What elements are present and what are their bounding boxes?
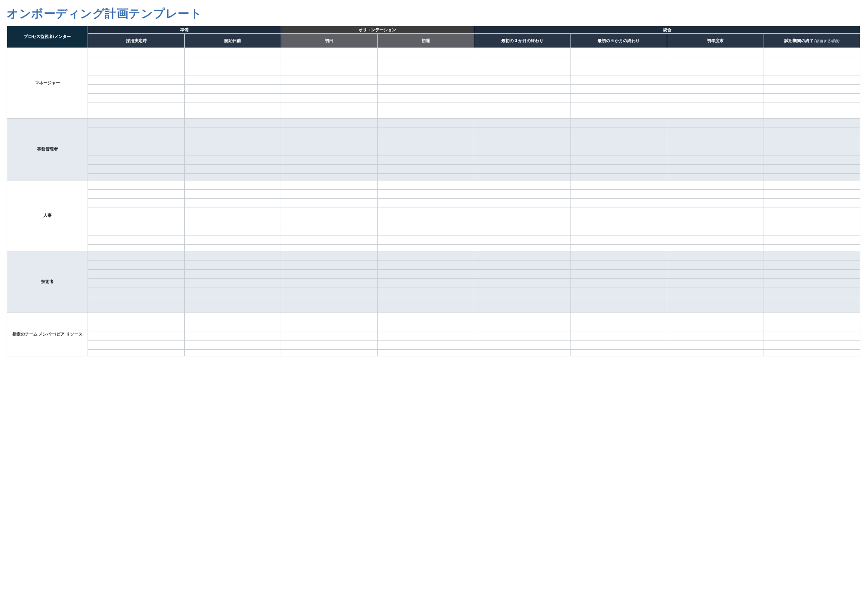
table-cell[interactable] [570,279,667,288]
table-cell[interactable] [184,251,281,260]
table-cell[interactable] [764,306,860,313]
table-cell[interactable] [667,66,764,75]
table-cell[interactable] [281,155,377,165]
table-cell[interactable] [88,270,184,279]
table-cell[interactable] [281,137,377,146]
table-cell[interactable] [184,103,281,112]
table-cell[interactable] [281,103,377,112]
table-cell[interactable] [474,313,570,322]
table-cell[interactable] [764,146,860,155]
table-cell[interactable] [474,217,570,226]
table-cell[interactable] [474,190,570,199]
table-cell[interactable] [570,155,667,165]
table-cell[interactable] [88,190,184,199]
table-cell[interactable] [281,112,377,119]
table-cell[interactable] [667,180,764,190]
table-cell[interactable] [474,85,570,94]
table-cell[interactable] [88,279,184,288]
table-cell[interactable] [570,288,667,297]
table-cell[interactable] [377,313,474,322]
table-cell[interactable] [88,217,184,226]
table-cell[interactable] [474,245,570,251]
table-cell[interactable] [570,297,667,306]
table-cell[interactable] [184,235,281,245]
table-cell[interactable] [281,190,377,199]
table-cell[interactable] [88,119,184,128]
table-cell[interactable] [764,174,860,180]
table-cell[interactable] [281,235,377,245]
table-cell[interactable] [184,208,281,217]
table-cell[interactable] [281,217,377,226]
table-cell[interactable] [570,174,667,180]
table-cell[interactable] [184,270,281,279]
table-cell[interactable] [377,75,474,85]
table-cell[interactable] [570,119,667,128]
table-cell[interactable] [667,245,764,251]
table-cell[interactable] [184,190,281,199]
table-cell[interactable] [667,57,764,66]
table-cell[interactable] [184,331,281,341]
table-cell[interactable] [184,112,281,119]
table-cell[interactable] [88,226,184,235]
table-cell[interactable] [184,226,281,235]
table-cell[interactable] [184,279,281,288]
table-cell[interactable] [667,331,764,341]
table-cell[interactable] [88,322,184,331]
table-cell[interactable] [88,251,184,260]
table-cell[interactable] [570,165,667,174]
table-cell[interactable] [88,137,184,146]
table-cell[interactable] [184,306,281,313]
table-cell[interactable] [281,313,377,322]
table-cell[interactable] [667,322,764,331]
table-cell[interactable] [281,350,377,356]
table-cell[interactable] [667,260,764,270]
table-cell[interactable] [377,57,474,66]
table-cell[interactable] [764,128,860,137]
table-cell[interactable] [377,331,474,341]
table-cell[interactable] [474,208,570,217]
table-cell[interactable] [474,75,570,85]
table-cell[interactable] [184,313,281,322]
table-cell[interactable] [88,57,184,66]
table-cell[interactable] [570,112,667,119]
table-cell[interactable] [281,260,377,270]
table-cell[interactable] [764,66,860,75]
table-cell[interactable] [184,57,281,66]
table-cell[interactable] [764,251,860,260]
table-cell[interactable] [667,155,764,165]
table-cell[interactable] [667,288,764,297]
table-cell[interactable] [281,174,377,180]
table-cell[interactable] [281,251,377,260]
table-cell[interactable] [667,217,764,226]
table-cell[interactable] [570,245,667,251]
table-cell[interactable] [184,174,281,180]
table-cell[interactable] [474,112,570,119]
table-cell[interactable] [88,260,184,270]
table-cell[interactable] [667,297,764,306]
table-cell[interactable] [474,180,570,190]
table-cell[interactable] [88,235,184,245]
table-cell[interactable] [474,103,570,112]
table-cell[interactable] [184,245,281,251]
table-cell[interactable] [377,180,474,190]
table-cell[interactable] [184,66,281,75]
table-cell[interactable] [474,260,570,270]
table-cell[interactable] [474,322,570,331]
table-cell[interactable] [667,341,764,350]
table-cell[interactable] [764,85,860,94]
table-cell[interactable] [667,165,764,174]
table-cell[interactable] [570,331,667,341]
table-cell[interactable] [570,322,667,331]
table-cell[interactable] [377,190,474,199]
table-cell[interactable] [88,48,184,57]
table-cell[interactable] [88,208,184,217]
table-cell[interactable] [377,235,474,245]
table-cell[interactable] [764,279,860,288]
table-cell[interactable] [184,297,281,306]
table-cell[interactable] [184,260,281,270]
table-cell[interactable] [474,174,570,180]
table-cell[interactable] [764,322,860,331]
table-cell[interactable] [667,75,764,85]
table-cell[interactable] [377,146,474,155]
table-cell[interactable] [764,137,860,146]
